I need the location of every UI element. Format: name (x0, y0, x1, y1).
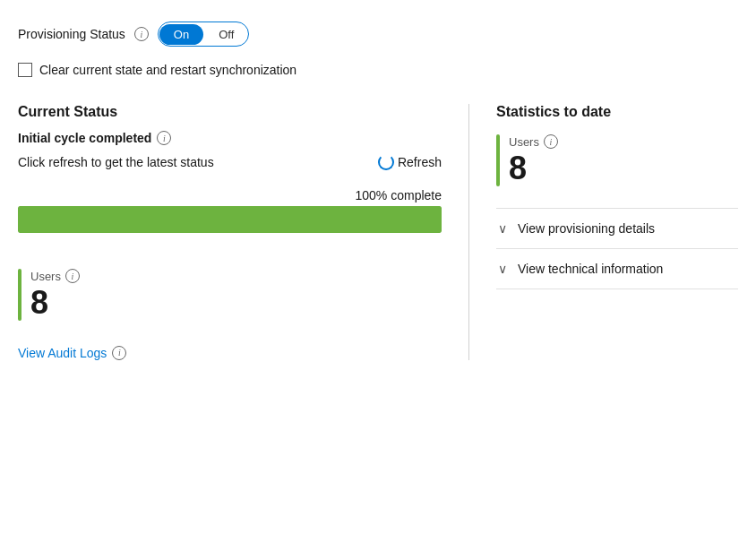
view-technical-info-item[interactable]: ∨ View technical information (496, 248, 738, 289)
users-count-bottom: 8 (30, 285, 80, 321)
stats-users-label: Users (509, 135, 539, 149)
statistics-title: Statistics to date (496, 104, 738, 120)
main-content: Current Status Initial cycle completed i… (18, 104, 738, 360)
audit-link-label: View Audit Logs (18, 346, 107, 360)
view-provisioning-details-label: View provisioning details (518, 221, 655, 236)
chevron-down-icon-provisioning: ∨ (496, 222, 509, 235)
toggle-off-option[interactable]: Off (204, 24, 248, 45)
stats-users-content: Users i 8 (509, 134, 558, 186)
users-bar-indicator (18, 269, 21, 321)
view-audit-logs-link[interactable]: View Audit Logs i (18, 346, 442, 360)
users-label-row-bottom: Users i (30, 269, 80, 283)
status-row: Initial cycle completed i (18, 131, 442, 145)
refresh-button[interactable]: Refresh (378, 154, 442, 170)
audit-info-icon[interactable]: i (112, 346, 126, 360)
toggle-on-option[interactable]: On (159, 24, 203, 45)
left-panel: Current Status Initial cycle completed i… (18, 104, 469, 360)
users-content-bottom: Users i 8 (30, 269, 80, 321)
clear-state-checkbox[interactable] (18, 63, 32, 77)
provisioning-status-label: Provisioning Status (18, 27, 125, 41)
stats-bar-indicator (496, 134, 500, 186)
view-technical-info-label: View technical information (518, 262, 663, 276)
progress-bar-background (18, 206, 442, 233)
chevron-down-icon-technical: ∨ (496, 263, 509, 275)
provisioning-toggle[interactable]: On Off (158, 22, 249, 47)
clear-state-row: Clear current state and restart synchron… (18, 63, 738, 77)
users-label-bottom: Users (30, 270, 61, 283)
users-info-icon-bottom[interactable]: i (65, 269, 80, 283)
status-text: Initial cycle completed (18, 131, 151, 145)
view-provisioning-details-item[interactable]: ∨ View provisioning details (496, 208, 738, 248)
refresh-row: Click refresh to get the latest status R… (18, 154, 442, 170)
progress-bar-fill (18, 206, 442, 233)
stats-users-count: 8 (509, 151, 558, 186)
refresh-icon (378, 154, 394, 170)
stats-users-label-row: Users i (509, 134, 558, 149)
bottom-left-section: Users i 8 View Audit Logs i (18, 269, 442, 360)
status-info-icon[interactable]: i (157, 131, 171, 145)
stats-users-info-icon[interactable]: i (544, 134, 558, 149)
progress-label: 100% complete (18, 188, 442, 202)
users-section-bottom: Users i 8 (18, 269, 442, 321)
current-status-title: Current Status (18, 104, 442, 120)
right-panel: Statistics to date Users i 8 ∨ View prov… (469, 104, 738, 360)
progress-container: 100% complete (18, 188, 442, 233)
provisioning-header: Provisioning Status i On Off (18, 22, 738, 47)
provisioning-info-icon[interactable]: i (134, 27, 149, 41)
stats-users-section: Users i 8 (496, 134, 738, 186)
refresh-hint-text: Click refresh to get the latest status (18, 155, 214, 169)
refresh-label: Refresh (398, 155, 442, 169)
expand-items-container: ∨ View provisioning details ∨ View techn… (496, 208, 738, 289)
clear-state-label: Clear current state and restart synchron… (39, 63, 296, 77)
